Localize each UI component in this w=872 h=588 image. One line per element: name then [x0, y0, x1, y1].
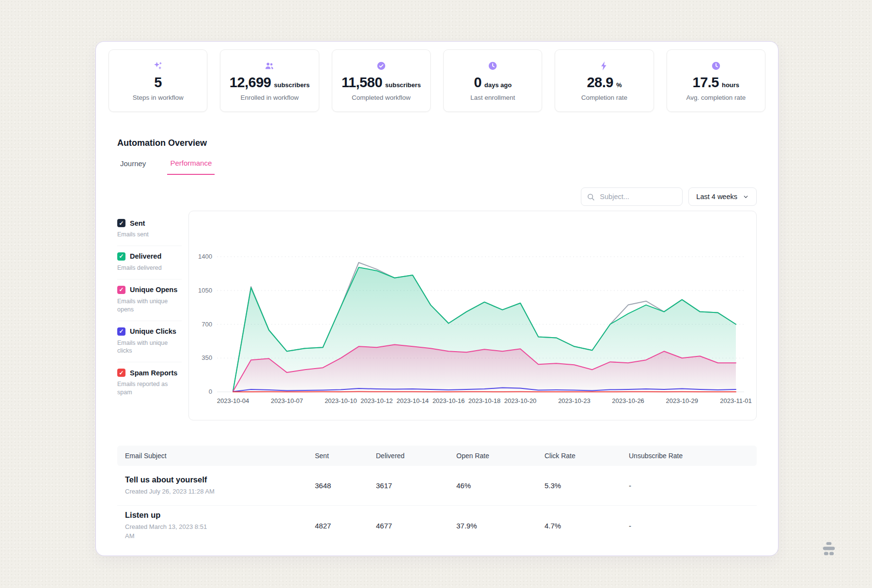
stat-card-last-enrollment: 0days ago Last enrollment — [443, 49, 542, 112]
svg-text:2023-10-10: 2023-10-10 — [325, 397, 357, 404]
legend-item-unique-opens[interactable]: ✓ Unique Opens Emails with unique opens — [117, 279, 182, 321]
svg-text:2023-10-14: 2023-10-14 — [396, 397, 429, 404]
legend-label: Delivered — [130, 252, 161, 260]
tab-journey[interactable]: Journey — [117, 159, 149, 175]
stat-value: 17.5hours — [693, 75, 740, 91]
svg-text:2023-10-12: 2023-10-12 — [360, 397, 393, 404]
stat-label: Enrolled in workflow — [240, 94, 298, 101]
column-header-delivered: Delivered — [376, 452, 456, 460]
legend-sublabel: Emails reported as spam — [117, 380, 182, 397]
checkbox-delivered[interactable]: ✓ — [117, 252, 125, 261]
bolt-icon — [599, 61, 609, 71]
stat-label: Steps in workflow — [133, 94, 184, 101]
search-input[interactable] — [599, 192, 677, 201]
stat-value: 0days ago — [474, 75, 512, 91]
page: { "stats": [ { "icon": "sparkles-icon", … — [0, 0, 872, 588]
stat-label: Completed workflow — [352, 94, 411, 101]
cell-delivered: 3617 — [376, 481, 456, 490]
email-created-date: Created March 13, 2023 8:51 AM — [125, 523, 215, 540]
stat-card-avg-completion-rate: 17.5hours Avg. completion rate — [667, 49, 765, 112]
tab-performance[interactable]: Performance — [167, 159, 215, 175]
svg-text:2023-11-01: 2023-11-01 — [720, 397, 752, 404]
cell-open-rate: 46% — [456, 481, 545, 490]
svg-text:1400: 1400 — [198, 253, 212, 260]
page-title: Automation Overview — [117, 138, 757, 148]
svg-text:2023-10-07: 2023-10-07 — [271, 397, 303, 404]
performance-chart: 0350700105014002023-10-042023-10-072023-… — [189, 211, 755, 420]
cell-sent: 4827 — [315, 522, 376, 530]
legend-item-spam-reports[interactable]: ✓ Spam Reports Emails reported as spam — [117, 362, 182, 403]
stat-value: 11,580subscribers — [342, 75, 421, 91]
legend-label: Unique Clicks — [130, 327, 176, 335]
stat-card-completed-workflow: 11,580subscribers Completed workflow — [332, 49, 431, 112]
legend-sublabel: Emails with unique opens — [117, 297, 182, 314]
svg-text:2023-10-20: 2023-10-20 — [504, 397, 537, 404]
controls-row: Last 4 weeks — [117, 187, 757, 206]
checkbox-unique-clicks[interactable]: ✓ — [117, 327, 125, 336]
tabs: Journey Performance — [117, 159, 757, 175]
svg-text:2023-10-16: 2023-10-16 — [433, 397, 465, 404]
date-range-dropdown[interactable]: Last 4 weeks — [688, 187, 757, 206]
stat-value: 5 — [154, 75, 162, 91]
series-legend: ✓ Sent Emails sent ✓ Delivered Emails de… — [117, 211, 182, 420]
clock-icon — [487, 61, 498, 71]
legend-sublabel: Emails delivered — [117, 264, 182, 272]
cell-open-rate: 37.9% — [456, 522, 545, 530]
stat-value: 28.9% — [587, 75, 622, 91]
stat-label: Last enrollment — [470, 94, 515, 101]
cell-unsubscribe-rate: - — [629, 481, 757, 490]
svg-text:2023-10-23: 2023-10-23 — [558, 397, 591, 404]
svg-text:2023-10-26: 2023-10-26 — [612, 397, 644, 404]
clock-icon — [711, 61, 721, 71]
checkbox-sent[interactable]: ✓ — [117, 219, 125, 227]
checkbox-unique-opens[interactable]: ✓ — [117, 286, 125, 294]
cell-sent: 3648 — [315, 481, 376, 490]
automation-overview-section: Automation Overview Journey Performance … — [117, 138, 757, 545]
stat-card-enrolled-in-workflow: 12,699subscribers Enrolled in workflow — [220, 49, 319, 112]
svg-text:2023-10-18: 2023-10-18 — [468, 397, 501, 404]
legend-item-delivered[interactable]: ✓ Delivered Emails delivered — [117, 246, 182, 279]
sparkles-icon — [153, 61, 163, 71]
stat-value: 12,699subscribers — [230, 75, 310, 91]
subject-search-box[interactable] — [581, 187, 683, 206]
chart-card: 0350700105014002023-10-042023-10-072023-… — [188, 211, 757, 420]
stat-card-steps-in-workflow: 5 Steps in workflow — [109, 49, 207, 112]
cell-unsubscribe-rate: - — [629, 522, 757, 530]
bento-logo — [821, 541, 837, 557]
stats-row: 5 Steps in workflow 12,699subscribers En… — [109, 49, 765, 112]
legend-item-unique-clicks[interactable]: ✓ Unique Clicks Emails with unique click… — [117, 321, 182, 363]
stat-label: Avg. completion rate — [686, 94, 746, 101]
table-row-listen-up[interactable]: Listen up Created March 13, 2023 8:51 AM… — [117, 506, 757, 545]
svg-text:0: 0 — [209, 388, 212, 395]
cell-click-rate: 4.7% — [545, 522, 629, 530]
column-header-click-rate: Click Rate — [545, 452, 629, 460]
column-header-unsubscribe-rate: Unsubscribe Rate — [629, 452, 757, 460]
stat-label: Completion rate — [581, 94, 627, 101]
email-performance-table: Email SubjectSentDeliveredOpen RateClick… — [117, 446, 757, 545]
legend-item-sent[interactable]: ✓ Sent Emails sent — [117, 213, 182, 246]
legend-label: Spam Reports — [130, 369, 177, 377]
cell-delivered: 4677 — [376, 522, 456, 530]
column-header-email-subject: Email Subject — [117, 452, 315, 460]
users-icon — [264, 61, 275, 71]
table-row-tell-us-about-yourself[interactable]: Tell us about yourself Created July 26, … — [117, 466, 757, 506]
email-subject: Tell us about yourself — [125, 475, 315, 484]
search-icon — [587, 193, 595, 201]
svg-text:1050: 1050 — [198, 287, 212, 294]
chart-row: ✓ Sent Emails sent ✓ Delivered Emails de… — [117, 211, 757, 420]
cell-click-rate: 5.3% — [545, 481, 629, 490]
dashboard-card: 5 Steps in workflow 12,699subscribers En… — [95, 41, 779, 556]
email-created-date: Created July 26, 2023 11:28 AM — [125, 487, 215, 496]
stat-card-completion-rate: 28.9% Completion rate — [555, 49, 654, 112]
chevron-down-icon — [743, 194, 749, 200]
checkbox-spam-reports[interactable]: ✓ — [117, 369, 125, 377]
column-header-open-rate: Open Rate — [456, 452, 545, 460]
legend-label: Sent — [130, 219, 145, 227]
svg-text:2023-10-04: 2023-10-04 — [217, 397, 249, 404]
svg-text:2023-10-29: 2023-10-29 — [666, 397, 699, 404]
legend-sublabel: Emails with unique clicks — [117, 339, 182, 356]
table-header-row: Email SubjectSentDeliveredOpen RateClick… — [117, 446, 757, 466]
legend-label: Unique Opens — [130, 286, 177, 294]
email-subject: Listen up — [125, 511, 315, 520]
svg-text:700: 700 — [202, 321, 212, 328]
